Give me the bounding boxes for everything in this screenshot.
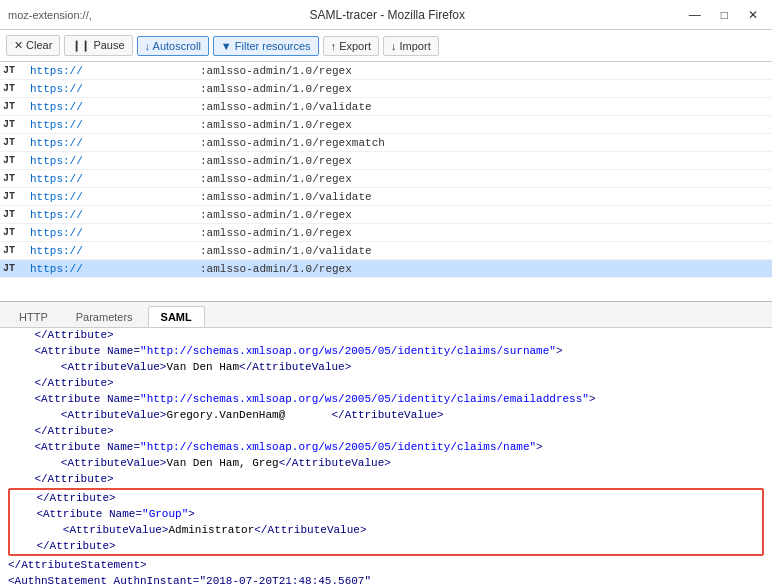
close-button[interactable]: ✕ — [742, 6, 764, 24]
xml-line: <Attribute Name="http://schemas.xmlsoap.… — [8, 391, 764, 407]
xml-line: </Attribute> — [8, 423, 764, 439]
path-cell: :amlsso-admin/1.0/regex — [198, 119, 772, 131]
table-row[interactable]: JThttps://:amlsso-admin/1.0/regexmatch — [0, 134, 772, 152]
xml-line: </AttributeStatement> — [8, 557, 764, 573]
filter-resources-button[interactable]: ▼ Filter resources — [213, 36, 319, 56]
maximize-button[interactable]: □ — [715, 6, 734, 24]
minimize-button[interactable]: — — [683, 6, 707, 24]
xml-line: <Attribute Name="http://schemas.xmlsoap.… — [8, 439, 764, 455]
url-cell: https:// — [28, 119, 103, 131]
url-cell: https:// — [28, 173, 103, 185]
titlebar: moz-extension://, SAML-tracer - Mozilla … — [0, 0, 772, 30]
url-cell: https:// — [28, 227, 103, 239]
xml-line: <AuthnStatement AuthnInstant="2018-07-20… — [8, 573, 764, 586]
window-title: SAML-tracer - Mozilla Firefox — [92, 8, 683, 22]
table-row[interactable]: JThttps://:amlsso-admin/1.0/regex — [0, 80, 772, 98]
method-cell: JT — [0, 209, 28, 220]
url-cell: https:// — [28, 245, 103, 257]
method-cell: JT — [0, 65, 28, 76]
xml-line: <AttributeValue>Gregory.VanDenHam@ </Att… — [8, 407, 764, 423]
xml-line: <Attribute Name="http://schemas.xmlsoap.… — [8, 343, 764, 359]
table-row[interactable]: JThttps://:amlsso-admin/1.0/regex — [0, 260, 772, 278]
url-cell: https:// — [28, 191, 103, 203]
method-cell: JT — [0, 227, 28, 238]
tab-saml[interactable]: SAML — [148, 306, 205, 327]
autoscroll-button[interactable]: ↓ Autoscroll — [137, 36, 209, 56]
method-cell: JT — [0, 83, 28, 94]
url-cell: https:// — [28, 83, 103, 95]
method-cell: JT — [0, 101, 28, 112]
path-cell: :amlsso-admin/1.0/regexmatch — [198, 137, 772, 149]
method-cell: JT — [0, 119, 28, 130]
url-cell: https:// — [28, 209, 103, 221]
table-row[interactable]: JThttps://:amlsso-admin/1.0/regex — [0, 62, 772, 80]
xml-line: <AttributeValue>Van Den Ham</AttributeVa… — [8, 359, 764, 375]
window-controls: — □ ✕ — [683, 6, 764, 24]
url-cell: https:// — [28, 101, 103, 113]
url-cell: https:// — [28, 137, 103, 149]
tab-http[interactable]: HTTP — [6, 306, 61, 327]
toolbar: ✕ Clear ❙❙ Pause ↓ Autoscroll ▼ Filter r… — [0, 30, 772, 62]
path-cell: :amlsso-admin/1.0/regex — [198, 263, 772, 275]
url-prefix: moz-extension://, — [8, 9, 92, 21]
table-row[interactable]: JThttps://:amlsso-admin/1.0/validate — [0, 188, 772, 206]
table-row[interactable]: JThttps://:amlsso-admin/1.0/regex — [0, 224, 772, 242]
method-cell: JT — [0, 137, 28, 148]
xml-line: </Attribute> — [8, 328, 764, 343]
path-cell: :amlsso-admin/1.0/regex — [198, 173, 772, 185]
xml-line: </Attribute> — [8, 375, 764, 391]
path-cell: :amlsso-admin/1.0/validate — [198, 101, 772, 113]
table-row[interactable]: JThttps://:amlsso-admin/1.0/validate — [0, 242, 772, 260]
path-cell: :amlsso-admin/1.0/regex — [198, 83, 772, 95]
export-button[interactable]: ↑ Export — [323, 36, 379, 56]
xml-line: <AttributeValue>Administrator</Attribute… — [10, 522, 762, 538]
path-cell: :amlsso-admin/1.0/regex — [198, 155, 772, 167]
path-cell: :amlsso-admin/1.0/regex — [198, 209, 772, 221]
method-cell: JT — [0, 245, 28, 256]
path-cell: :amlsso-admin/1.0/validate — [198, 245, 772, 257]
network-table[interactable]: JThttps://:amlsso-admin/1.0/regexJThttps… — [0, 62, 772, 302]
url-cell: https:// — [28, 155, 103, 167]
method-cell: JT — [0, 191, 28, 202]
table-row[interactable]: JThttps://:amlsso-admin/1.0/regex — [0, 206, 772, 224]
import-button[interactable]: ↓ Import — [383, 36, 439, 56]
path-cell: :amlsso-admin/1.0/validate — [198, 191, 772, 203]
xml-line: </Attribute> — [8, 471, 764, 487]
clear-button[interactable]: ✕ Clear — [6, 35, 60, 56]
table-row[interactable]: JThttps://:amlsso-admin/1.0/regex — [0, 152, 772, 170]
tab-parameters[interactable]: Parameters — [63, 306, 146, 327]
network-table-wrapper: JThttps://:amlsso-admin/1.0/regexJThttps… — [0, 62, 772, 302]
xml-line: </Attribute> — [10, 538, 762, 554]
table-row[interactable]: JThttps://:amlsso-admin/1.0/regex — [0, 170, 772, 188]
url-cell: https:// — [28, 263, 103, 275]
method-cell: JT — [0, 155, 28, 166]
xml-highlight-group: </Attribute> <Attribute Name="Group"> <A… — [8, 488, 764, 556]
table-row[interactable]: JThttps://:amlsso-admin/1.0/validate — [0, 98, 772, 116]
method-cell: JT — [0, 263, 28, 274]
tabs-bar: HTTPParametersSAML — [0, 302, 772, 328]
pause-button[interactable]: ❙❙ Pause — [64, 35, 132, 56]
url-cell: https:// — [28, 65, 103, 77]
xml-panel[interactable]: <AttributeValue>Administrator</Attribute… — [0, 328, 772, 586]
path-cell: :amlsso-admin/1.0/regex — [198, 227, 772, 239]
xml-line: </Attribute> — [10, 490, 762, 506]
xml-line: <Attribute Name="Group"> — [10, 506, 762, 522]
path-cell: :amlsso-admin/1.0/regex — [198, 65, 772, 77]
table-row[interactable]: JThttps://:amlsso-admin/1.0/regex — [0, 116, 772, 134]
method-cell: JT — [0, 173, 28, 184]
xml-line: <AttributeValue>Van Den Ham, Greg</Attri… — [8, 455, 764, 471]
